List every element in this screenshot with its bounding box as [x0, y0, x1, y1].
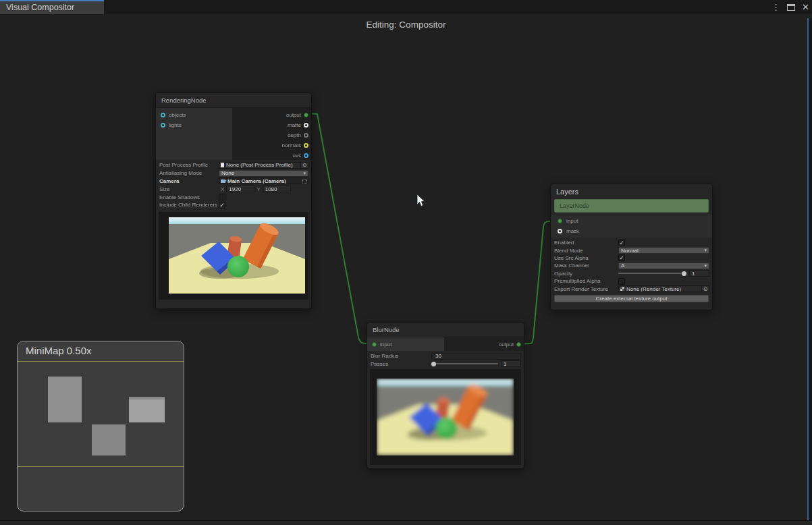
antialiasing-dropdown[interactable]: None ▾	[219, 170, 308, 177]
port-output[interactable]: output	[232, 110, 311, 120]
opacity-value-input[interactable]: 1	[689, 270, 709, 277]
window-bottom-gutter	[0, 520, 812, 525]
port-normals[interactable]: normals	[232, 140, 311, 150]
camera-icon	[221, 179, 225, 183]
export-render-texture-row: Export Render Texture None (Render Textu…	[551, 285, 712, 292]
port-dot-lights[interactable]	[161, 123, 165, 128]
scene-picker-icon[interactable]	[302, 179, 307, 184]
prop-label: Blur Radius	[371, 353, 431, 359]
minimap-node-rendering[interactable]	[48, 377, 82, 422]
window-menu-icon[interactable]: ⋮	[772, 3, 780, 11]
field-value: None (Post Process Profile)	[226, 162, 293, 168]
port-dot-uvs[interactable]	[304, 153, 308, 158]
port-lights[interactable]: lights	[156, 120, 232, 130]
blur-preview-frame	[370, 369, 521, 465]
blend-mode-dropdown[interactable]: Normal ▾	[618, 247, 709, 254]
asset-file-icon	[221, 163, 224, 167]
passes-slider-handle[interactable]	[431, 362, 436, 366]
port-dot-matte[interactable]	[304, 123, 308, 128]
port-uvs[interactable]: uvs	[232, 150, 311, 161]
port-label: output	[286, 112, 301, 118]
premultiplied-alpha-row: Premultiplied Alpha	[551, 277, 712, 285]
port-dot-layer-mask[interactable]	[558, 229, 562, 233]
enable-shadows-checkbox[interactable]	[219, 194, 225, 200]
size-x-input[interactable]: 1920	[226, 186, 254, 192]
dropdown-value: None	[221, 170, 234, 176]
prop-label: Size	[159, 186, 219, 192]
port-dot-blur-output[interactable]	[516, 342, 521, 347]
field-value: None (Render Texture)	[626, 286, 681, 292]
prop-label: Use Src Alpha	[554, 255, 618, 261]
port-dot-depth[interactable]	[304, 133, 308, 138]
camera-field[interactable]: Main Camera (Camera)	[219, 177, 308, 184]
port-matte[interactable]: matte	[232, 120, 311, 130]
minimap-node-layers[interactable]	[129, 397, 165, 422]
prop-label: Camera	[159, 178, 219, 184]
port-objects[interactable]: objects	[156, 110, 232, 120]
tab-visual-compositor[interactable]: Visual Compositor	[0, 0, 104, 14]
blur-radius-row: Blur Radius 30	[367, 352, 524, 360]
include-child-renderers-row: Include Child Renderers ✓	[156, 201, 311, 209]
tab-bar: Visual Compositor	[0, 0, 812, 14]
port-label: depth	[288, 132, 301, 138]
prop-label: Post Process Profile	[159, 162, 219, 168]
chevron-down-icon: ▾	[704, 248, 707, 253]
size-y-input[interactable]: 1080	[263, 186, 291, 192]
post-process-profile-field[interactable]: None (Post Process Profile) ⊙	[219, 162, 308, 169]
premultiplied-alpha-checkbox[interactable]	[618, 278, 625, 285]
include-child-renderers-checkbox[interactable]: ✓	[219, 202, 225, 209]
enabled-row: Enabled ✓	[551, 239, 712, 246]
port-dot-objects[interactable]	[161, 113, 165, 117]
port-dot-output[interactable]	[304, 113, 308, 117]
enabled-checkbox[interactable]: ✓	[618, 240, 625, 246]
layers-node-ports: input mask	[551, 215, 712, 238]
minimap-label: MiniMap	[26, 345, 64, 356]
minimap-panel[interactable]: MiniMap 0.50x	[17, 341, 184, 512]
rendering-node[interactable]: RenderingNode objects lights output ma	[155, 92, 312, 309]
layers-node[interactable]: Layers LayerNode input mask Enabled ✓ Bl…	[550, 184, 713, 310]
port-layer-input[interactable]: input	[551, 216, 712, 226]
export-render-texture-field[interactable]: None (Render Texture) ⊙	[618, 285, 709, 292]
object-picker-icon[interactable]: ⊙	[300, 162, 308, 168]
layer-item-layernode[interactable]: LayerNode	[554, 199, 709, 213]
passes-value-input[interactable]: 1	[501, 360, 521, 367]
port-depth[interactable]: depth	[232, 130, 311, 140]
port-dot-blur-input[interactable]	[372, 342, 377, 347]
mask-channel-dropdown[interactable]: A ▾	[618, 262, 709, 269]
minimap-divider	[18, 466, 184, 467]
opacity-slider-handle[interactable]	[682, 271, 686, 276]
minimap-node-blur[interactable]	[92, 424, 126, 455]
close-icon[interactable]: ✕	[802, 3, 809, 11]
port-label: input	[380, 341, 391, 348]
blend-mode-row: Blend Mode Normal ▾	[551, 246, 712, 254]
size-row: Size X 1920 Y 1080	[156, 185, 311, 193]
create-external-texture-output-button[interactable]: Create external texture output	[554, 295, 709, 302]
port-blur-input[interactable]: input	[367, 337, 444, 351]
prop-label: Export Render Texture	[554, 286, 618, 292]
editing-breadcrumb: Editing: Compositor	[0, 20, 812, 30]
window-right-gutter	[809, 18, 812, 525]
rendering-node-title[interactable]: RenderingNode	[156, 93, 311, 108]
maximize-icon[interactable]	[787, 4, 795, 11]
object-picker-icon[interactable]: ⊙	[701, 286, 709, 292]
port-layer-mask[interactable]: mask	[551, 226, 712, 236]
use-src-alpha-checkbox[interactable]: ✓	[618, 254, 625, 261]
port-blur-output[interactable]: output	[444, 337, 524, 351]
prop-label: Include Child Renderers	[159, 202, 219, 208]
post-process-profile-row: Post Process Profile None (Post Process …	[156, 161, 311, 169]
layers-node-title[interactable]: Layers	[551, 184, 712, 199]
port-dot-layer-input[interactable]	[558, 219, 562, 223]
blur-radius-input[interactable]: 30	[431, 353, 521, 360]
opacity-slider[interactable]	[618, 273, 686, 274]
port-label: normals	[282, 142, 301, 148]
port-label: mask	[566, 228, 579, 234]
blur-node[interactable]: BlurNode input output Blur Radius 30 Pas…	[367, 322, 524, 469]
passes-slider[interactable]	[431, 363, 498, 364]
mouse-cursor	[416, 194, 426, 207]
y-axis-label: Y	[256, 186, 260, 192]
minimap-title: MiniMap 0.50x	[26, 345, 92, 356]
port-dot-normals[interactable]	[304, 143, 308, 148]
port-label: lights	[169, 122, 182, 128]
use-src-alpha-row: Use Src Alpha ✓	[551, 254, 712, 262]
blur-node-title[interactable]: BlurNode	[367, 323, 524, 337]
